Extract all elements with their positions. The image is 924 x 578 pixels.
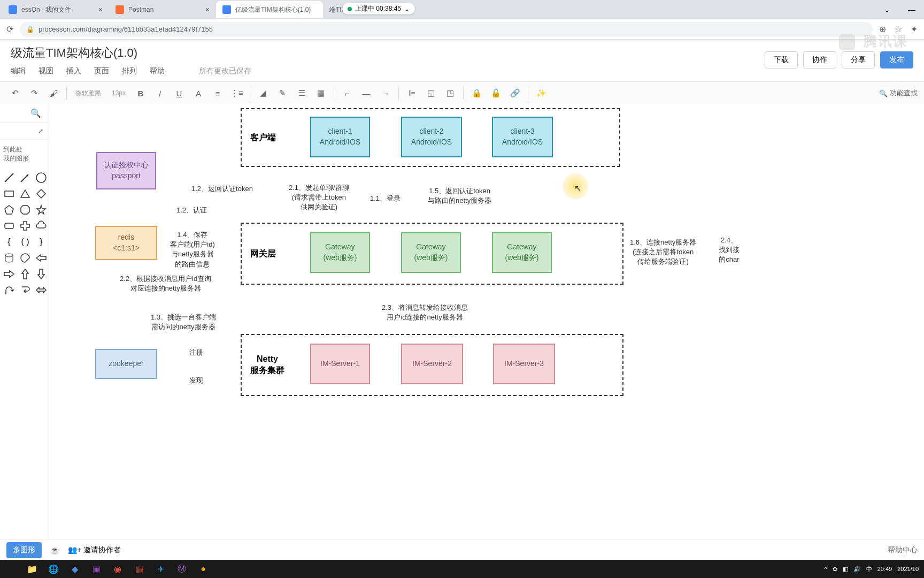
- tab-diagram-active[interactable]: 亿级流量TIM架构核心(1.0): [216, 1, 323, 18]
- shape-rect[interactable]: [2, 187, 16, 201]
- border-color-icon[interactable]: ✎: [274, 85, 291, 102]
- minimize-button[interactable]: —: [899, 0, 924, 19]
- node-zookeeper[interactable]: zookeeper: [95, 349, 157, 379]
- shape-arrow-left[interactable]: [34, 251, 48, 265]
- publish-button[interactable]: 发布: [880, 51, 913, 69]
- tray-icon[interactable]: ◧: [843, 566, 848, 573]
- reload-icon[interactable]: ⟳: [6, 24, 13, 34]
- tray-expand-icon[interactable]: ^: [825, 566, 827, 572]
- extensions-icon[interactable]: ✦: [911, 24, 918, 34]
- node-imserver-3[interactable]: IM-Server-3: [493, 344, 555, 384]
- redo-icon[interactable]: ↷: [26, 85, 43, 102]
- share-button[interactable]: 分享: [842, 51, 875, 69]
- underline-icon[interactable]: U: [171, 85, 188, 102]
- date[interactable]: 2021/10: [897, 566, 919, 572]
- file-explorer-icon[interactable]: 📁: [21, 560, 43, 578]
- shape-arrow-bidir[interactable]: [34, 283, 48, 297]
- recording-badge[interactable]: 上课中 00:38:45 ⌄: [342, 3, 415, 14]
- tray-icon[interactable]: ✿: [833, 566, 837, 573]
- undo-icon[interactable]: ↶: [6, 85, 24, 102]
- java-icon[interactable]: ☕: [50, 546, 59, 554]
- shape-triangle[interactable]: [18, 187, 32, 201]
- node-gateway-2[interactable]: Gateway (web服务): [401, 232, 461, 273]
- ime-indicator[interactable]: 中: [866, 565, 872, 573]
- chrome-icon[interactable]: 🌐: [43, 560, 64, 578]
- font-select[interactable]: 微软雅黑: [71, 89, 105, 98]
- panel-collapse-icon[interactable]: ⤢: [0, 123, 48, 140]
- menu-view[interactable]: 视图: [38, 66, 53, 76]
- more-shapes-button[interactable]: 多图形: [6, 542, 42, 558]
- italic-icon[interactable]: I: [151, 85, 168, 102]
- arrow-icon[interactable]: →: [377, 85, 394, 102]
- shape-diamond[interactable]: [34, 187, 48, 201]
- tab-postman[interactable]: Postman ×: [109, 1, 216, 18]
- shape-arrow-line[interactable]: [18, 171, 32, 185]
- app-icon-3[interactable]: ◉: [107, 560, 128, 578]
- menu-help[interactable]: 帮助: [150, 66, 165, 76]
- node-imserver-1[interactable]: IM-Server-1: [310, 344, 370, 384]
- align-icon[interactable]: ≡: [209, 85, 226, 102]
- shape-arrow-turn[interactable]: [2, 283, 16, 297]
- text-color-icon[interactable]: A: [190, 85, 207, 102]
- tray-icon[interactable]: 🔊: [853, 566, 861, 573]
- shape-search[interactable]: 🔍: [0, 104, 48, 123]
- node-redis[interactable]: redis <c1:s1>: [95, 226, 157, 260]
- start-menu-icon[interactable]: [0, 560, 21, 578]
- tab-processon[interactable]: essOn - 我的文件 ×: [2, 1, 109, 18]
- node-client-3[interactable]: client-3 Android/IOS: [492, 117, 553, 157]
- diagram-canvas[interactable]: 客户端 网关层 Netty 服务集群 认证授权中心 passport redis…: [48, 104, 924, 558]
- shape-brace-left[interactable]: {: [2, 235, 16, 249]
- menu-edit[interactable]: 编辑: [11, 66, 26, 76]
- format-painter-icon[interactable]: 🖌: [45, 85, 62, 102]
- node-gateway-1[interactable]: Gateway (web服务): [310, 232, 370, 273]
- shape-line[interactable]: [2, 171, 16, 185]
- unlock-icon[interactable]: 🔓: [487, 85, 504, 102]
- shape-circle[interactable]: [34, 171, 48, 185]
- shape-cylinder[interactable]: [2, 251, 16, 265]
- collab-button[interactable]: 协作: [803, 51, 836, 69]
- font-size-select[interactable]: 13px: [107, 89, 130, 97]
- line-icon[interactable]: —: [358, 85, 375, 102]
- help-center-link[interactable]: 帮助中心: [888, 545, 918, 555]
- url-input[interactable]: 🔒 processon.com/diagraming/611bb33a1efad…: [20, 22, 873, 37]
- app-icon-7[interactable]: ●: [192, 560, 214, 578]
- shape-paren[interactable]: ( ): [18, 235, 32, 249]
- shape-pentagon[interactable]: [2, 203, 16, 217]
- node-passport[interactable]: 认证授权中心 passport: [96, 152, 156, 189]
- node-client-2[interactable]: client-2 Android/IOS: [401, 117, 462, 157]
- border-style-icon[interactable]: ▦: [312, 85, 329, 102]
- bold-icon[interactable]: B: [132, 85, 149, 102]
- chevron-down-icon[interactable]: ⌄: [875, 0, 899, 19]
- download-button[interactable]: 下载: [765, 51, 798, 69]
- shape-arrow-down[interactable]: [34, 267, 48, 281]
- node-gateway-3[interactable]: Gateway (web服务): [492, 232, 552, 273]
- magic-icon[interactable]: ✨: [533, 85, 550, 102]
- connector-icon[interactable]: ⌐: [338, 85, 356, 102]
- app-icon-4[interactable]: ▦: [128, 560, 150, 578]
- fill-color-icon[interactable]: ◢: [255, 85, 272, 102]
- link-icon[interactable]: 🔗: [506, 85, 523, 102]
- shape-arrow-up[interactable]: [18, 267, 32, 281]
- close-icon[interactable]: ×: [98, 5, 103, 14]
- menu-insert[interactable]: 插入: [66, 66, 81, 76]
- list-icon[interactable]: ⋮≡: [228, 85, 245, 102]
- send-back-icon[interactable]: ◳: [442, 85, 459, 102]
- clock[interactable]: 20:49: [877, 566, 892, 572]
- menu-page[interactable]: 页面: [94, 66, 109, 76]
- app-icon-1[interactable]: ◆: [64, 560, 86, 578]
- menu-arrange[interactable]: 排列: [122, 66, 137, 76]
- shape-arrow-right[interactable]: [2, 267, 16, 281]
- shape-cloud[interactable]: [34, 219, 48, 233]
- shape-star[interactable]: [34, 203, 48, 217]
- shape-teardrop[interactable]: [18, 251, 32, 265]
- node-client-1[interactable]: client-1 Android/IOS: [310, 117, 370, 157]
- feature-search[interactable]: 🔍 功能查找: [879, 88, 918, 98]
- shape-arrow-uturn[interactable]: [18, 283, 32, 297]
- bring-front-icon[interactable]: ◱: [422, 85, 440, 102]
- app-icon-6[interactable]: Ⓜ: [171, 560, 192, 578]
- close-icon[interactable]: ×: [205, 5, 210, 14]
- lock-icon[interactable]: 🔒: [468, 85, 485, 102]
- shape-round-rect[interactable]: [2, 219, 16, 233]
- app-icon-5[interactable]: ✈: [150, 560, 171, 578]
- line-style-icon[interactable]: ☰: [293, 85, 310, 102]
